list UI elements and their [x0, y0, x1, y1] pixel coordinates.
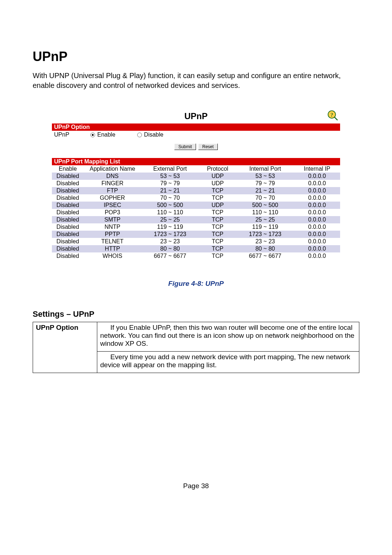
table-cell: DNS: [83, 173, 141, 180]
table-cell: 6677 ~ 6677: [141, 252, 199, 260]
th-protocol: Protocol: [199, 165, 236, 173]
settings-key: UPnP Option: [33, 322, 97, 373]
th-internal-port: Internal Port: [236, 165, 294, 173]
table-cell: TCP: [199, 252, 236, 260]
table-cell: 21 ~ 21: [236, 187, 294, 194]
table-cell: Disabled: [52, 209, 83, 216]
table-cell: TCP: [199, 187, 236, 194]
settings-value-1: If you Enable UPnP, then this two wan ro…: [97, 322, 359, 352]
th-internal-ip: Internal IP: [294, 165, 340, 173]
table-row: DisabledTELNET23 ~ 23TCP23 ~ 230.0.0.0: [52, 238, 340, 245]
table-cell: 0.0.0.0: [294, 194, 340, 202]
table-cell: 80 ~ 80: [236, 245, 294, 252]
table-header-row: Enable Application Name External Port Pr…: [52, 165, 340, 173]
table-cell: Disabled: [52, 194, 83, 202]
table-cell: TCP: [199, 216, 236, 223]
table-row: DisabledFTP21 ~ 21TCP21 ~ 210.0.0.0: [52, 187, 340, 194]
page-title: UPnP: [33, 49, 359, 64]
table-cell: Disabled: [52, 245, 83, 252]
table-cell: 53 ~ 53: [236, 173, 294, 180]
help-icon[interactable]: ?: [327, 110, 338, 121]
table-row: DisabledHTTP80 ~ 80TCP80 ~ 800.0.0.0: [52, 245, 340, 252]
table-cell: 110 ~ 110: [236, 209, 294, 216]
table-cell: 25 ~ 25: [236, 216, 294, 223]
table-cell: TCP: [199, 223, 236, 231]
radio-disable-label: Disable: [144, 131, 163, 138]
page-footer: Page 38: [33, 482, 359, 490]
table-cell: UDP: [199, 202, 236, 209]
table-cell: Disabled: [52, 252, 83, 260]
table-cell: Disabled: [52, 216, 83, 223]
settings-table: UPnP Option If you Enable UPnP, then thi…: [33, 322, 359, 373]
table-cell: Disabled: [52, 187, 83, 194]
table-cell: Disabled: [52, 173, 83, 180]
table-cell: UDP: [199, 180, 236, 187]
table-cell: Disabled: [52, 202, 83, 209]
table-cell: 500 ~ 500: [141, 202, 199, 209]
settings-value-2: Every time you add a new network device …: [97, 352, 359, 373]
svg-text:?: ?: [330, 112, 333, 118]
table-cell: 0.0.0.0: [294, 187, 340, 194]
table-cell: 70 ~ 70: [141, 194, 199, 202]
table-cell: 80 ~ 80: [141, 245, 199, 252]
reset-button[interactable]: Reset: [198, 143, 217, 150]
upnp-row-label: UPnP: [54, 131, 90, 138]
table-cell: 23 ~ 23: [236, 238, 294, 245]
table-cell: UDP: [199, 173, 236, 180]
table-cell: 0.0.0.0: [294, 216, 340, 223]
radio-enable[interactable]: Enable: [90, 131, 115, 138]
th-enable: Enable: [52, 165, 83, 173]
table-row: DisabledWHOIS6677 ~ 6677TCP6677 ~ 66770.…: [52, 252, 340, 260]
intro-paragraph: With UPNP (Universal Plug & Play) functi…: [33, 71, 359, 90]
radio-enable-label: Enable: [97, 131, 115, 138]
table-cell: TCP: [199, 209, 236, 216]
table-cell: GOPHER: [83, 194, 141, 202]
table-cell: Disabled: [52, 238, 83, 245]
radio-disable[interactable]: Disable: [137, 131, 163, 138]
table-cell: TCP: [199, 194, 236, 202]
table-cell: 0.0.0.0: [294, 180, 340, 187]
table-row: DisabledNNTP119 ~ 119TCP119 ~ 1190.0.0.0: [52, 223, 340, 231]
table-cell: 500 ~ 500: [236, 202, 294, 209]
table-cell: WHOIS: [83, 252, 141, 260]
table-cell: IPSEC: [83, 202, 141, 209]
table-cell: 110 ~ 110: [141, 209, 199, 216]
table-cell: 0.0.0.0: [294, 252, 340, 260]
submit-button[interactable]: Submit: [174, 143, 196, 150]
table-row: DisabledPPTP1723 ~ 1723TCP1723 ~ 17230.0…: [52, 231, 340, 238]
table-cell: 21 ~ 21: [141, 187, 199, 194]
table-cell: 119 ~ 119: [236, 223, 294, 231]
table-cell: 1723 ~ 1723: [141, 231, 199, 238]
table-cell: TCP: [199, 238, 236, 245]
table-row: DisabledGOPHER70 ~ 70TCP70 ~ 700.0.0.0: [52, 194, 340, 202]
port-mapping-table: Enable Application Name External Port Pr…: [52, 165, 340, 260]
upnp-option-row: UPnP Enable Disable: [52, 131, 340, 142]
table-cell: 70 ~ 70: [236, 194, 294, 202]
table-cell: POP3: [83, 209, 141, 216]
table-cell: 0.0.0.0: [294, 202, 340, 209]
table-cell: 0.0.0.0: [294, 231, 340, 238]
figure-caption: Figure 4-8: UPnP: [33, 280, 359, 288]
settings-heading: Settings – UPnP: [33, 309, 359, 319]
table-cell: Disabled: [52, 223, 83, 231]
table-cell: 0.0.0.0: [294, 209, 340, 216]
table-cell: 6677 ~ 6677: [236, 252, 294, 260]
th-app-name: Application Name: [83, 165, 141, 173]
table-cell: NNTP: [83, 223, 141, 231]
table-cell: SMTP: [83, 216, 141, 223]
table-row: DisabledIPSEC500 ~ 500UDP500 ~ 5000.0.0.…: [52, 202, 340, 209]
table-cell: Disabled: [52, 180, 83, 187]
table-cell: 25 ~ 25: [141, 216, 199, 223]
table-cell: 0.0.0.0: [294, 245, 340, 252]
table-row: DisabledSMTP25 ~ 25TCP25 ~ 250.0.0.0: [52, 216, 340, 223]
table-cell: 0.0.0.0: [294, 238, 340, 245]
table-cell: 1723 ~ 1723: [236, 231, 294, 238]
table-cell: TELNET: [83, 238, 141, 245]
table-cell: 119 ~ 119: [141, 223, 199, 231]
table-row: DisabledDNS53 ~ 53UDP53 ~ 530.0.0.0: [52, 173, 340, 180]
table-cell: Disabled: [52, 231, 83, 238]
table-row: DisabledPOP3110 ~ 110TCP110 ~ 1100.0.0.0: [52, 209, 340, 216]
table-cell: 79 ~ 79: [236, 180, 294, 187]
table-cell: FINGER: [83, 180, 141, 187]
panel-heading: UPnP: [184, 111, 208, 121]
